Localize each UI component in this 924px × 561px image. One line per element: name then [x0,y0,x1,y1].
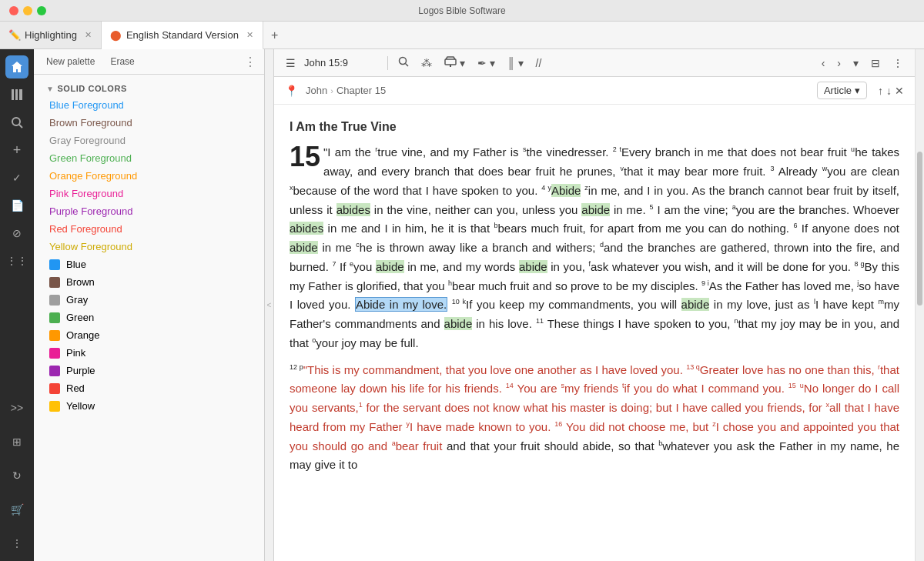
highlighting-panel: New palette Erase ⋮ ▼ SOLID COLORS Blue … [34,49,265,561]
palette-item-gray-fg[interactable]: Gray Foreground [34,132,264,149]
new-palette-button[interactable]: New palette [42,54,99,69]
nav-dropdown-button[interactable]: ▾ [849,55,862,72]
highlight-tool-button[interactable]: ▾ [440,54,469,72]
esv-tab-icon: ⬤ [111,30,122,41]
palette-item-orange[interactable]: Orange [34,326,264,344]
palette-item-purple-fg[interactable]: Purple Foreground [34,202,264,220]
tab-highlighting-close[interactable]: ✕ [85,30,92,40]
section-title: I Am the True Vine [290,117,899,137]
split-button[interactable]: ⊟ [867,55,884,72]
section-arrow: ▼ [46,85,54,93]
prev-chapter-button[interactable]: ↑ [878,85,883,97]
scroll-track[interactable] [916,49,924,561]
article-dropdown-icon: ▾ [855,85,860,96]
palette-item-green[interactable]: Green [34,309,264,326]
erase-button[interactable]: Erase [105,54,139,69]
palette-item-red-fg[interactable]: Red Foreground [34,220,264,238]
palette-item-blue-fg[interactable]: Blue Foreground [34,96,264,114]
palette-item-brown-fg[interactable]: Brown Foreground [34,114,264,132]
gray-swatch [49,295,60,306]
brown-swatch [49,277,60,288]
nav-back-button[interactable]: ‹ [818,55,829,72]
brown-fg-label: Brown Foreground [49,117,132,129]
blue-swatch [49,259,60,270]
nav-forward-button[interactable]: › [833,55,845,72]
red-label: Red [66,382,85,394]
sidebar-expand-icon[interactable]: >> [5,396,28,419]
minimize-button[interactable] [23,6,32,15]
highlight-abides-2: abides [290,222,323,235]
sidebar-sync-icon[interactable]: ↻ [5,464,28,487]
breadcrumb: John › Chapter 15 [306,85,386,96]
highlight-abide-3: abide [290,241,318,254]
left-sidebar: + ✓ 📄 ⊘ ⋮⋮ >> ⊞ ↻ 🛒 ⋮ [0,49,34,561]
sidebar-library-icon[interactable] [5,83,28,106]
sidebar-search-icon[interactable] [5,111,28,134]
orange-fg-label: Orange Foreground [49,170,137,182]
tab-highlighting[interactable]: ✏️ Highlighting ✕ [0,22,102,48]
tab-esv-close[interactable]: ✕ [246,30,253,40]
bible-nav-bar: 📍 John › Chapter 15 Article ▾ ↑ ↓ ✕ [274,77,915,105]
next-chapter-button[interactable]: ↓ [886,85,892,97]
sidebar-layout-icon[interactable]: ⊞ [5,430,28,453]
sidebar-block-icon[interactable]: ⊘ [5,222,28,245]
orange-label: Orange [66,329,99,341]
sidebar-add-icon[interactable]: + [5,139,28,162]
palette-item-orange-fg[interactable]: Orange Foreground [34,167,264,185]
chapter-nav-arrows: ↑ ↓ ✕ [878,85,904,97]
sidebar-home-icon[interactable] [5,55,28,78]
highlight-abides-1: abides [336,203,370,216]
window-controls[interactable] [9,6,46,15]
sidebar-more-icon[interactable]: ⋮ [5,532,28,555]
breadcrumb-book[interactable]: John [306,85,327,96]
search-button[interactable] [394,54,413,72]
right-scrollbar[interactable] [915,49,924,561]
breadcrumb-chapter[interactable]: Chapter 15 [336,85,386,96]
palette-item-yellow-fg[interactable]: Yellow Foreground [34,238,264,255]
green-swatch [49,312,60,323]
sidebar-cart-icon[interactable]: 🛒 [5,498,28,521]
add-tab-button[interactable]: + [263,22,286,48]
palette-item-yellow[interactable]: Yellow [34,397,264,415]
highlight-abide-2: abide [581,203,610,216]
scroll-thumb[interactable] [917,152,922,306]
palette-item-green-fg[interactable]: Green Foreground [34,149,264,167]
purple-fg-label: Purple Foreground [49,205,132,217]
article-label: Article [824,85,852,96]
tab-esv[interactable]: ⬤ English Standard Version ✕ [102,22,263,49]
close-panel-button[interactable]: ✕ [895,85,904,97]
parallel-button[interactable]: ║ ▾ [504,55,527,72]
palette-list: ▼ SOLID COLORS Blue Foreground Brown For… [34,75,264,561]
sync-button[interactable]: ⁂ [417,55,436,72]
palette-item-blue[interactable]: Blue [34,255,264,273]
palette-item-purple[interactable]: Purple [34,362,264,379]
close-button[interactable] [9,6,18,15]
sidebar-notes-icon[interactable]: 📄 [5,194,28,217]
palette-item-gray[interactable]: Gray [34,291,264,309]
tab-esv-label: English Standard Version [126,29,239,41]
blue-fg-label: Blue Foreground [49,99,124,111]
highlight-abide-6: abide [681,298,710,311]
tab-highlighting-label: Highlighting [25,29,77,41]
palette-item-red[interactable]: Red [34,379,264,397]
more-options-button[interactable]: ⋮ [889,55,907,72]
bible-menu-button[interactable]: ☰ [282,55,300,72]
palette-item-brown[interactable]: Brown [34,273,264,291]
yellow-swatch [49,401,60,412]
red-fg-label: Red Foreground [49,223,122,235]
layout-button[interactable]: // [532,55,546,72]
palette-item-pink[interactable]: Pink [34,344,264,362]
maximize-button[interactable] [37,6,46,15]
palette-item-pink-fg[interactable]: Pink Foreground [34,185,264,202]
draw-button[interactable]: ✒ ▾ [474,55,499,72]
panel-collapse-handle[interactable]: < [265,49,274,561]
article-button[interactable]: Article ▾ [817,82,867,99]
bible-reference-input[interactable]: John 15:9 [304,57,381,68]
toolbar-menu-icon[interactable]: ⋮ [244,55,256,69]
sidebar-grid-icon[interactable]: ⋮⋮ [5,249,28,272]
yellow-fg-label: Yellow Foreground [49,241,132,252]
bible-content: I Am the True Vine 15 "I am the rtrue vi… [274,105,915,561]
chapter-number: 15 [290,143,320,171]
verse-text: 15 "I am the rtrue vine, and my Father i… [290,143,899,352]
sidebar-checklist-icon[interactable]: ✓ [5,166,28,189]
